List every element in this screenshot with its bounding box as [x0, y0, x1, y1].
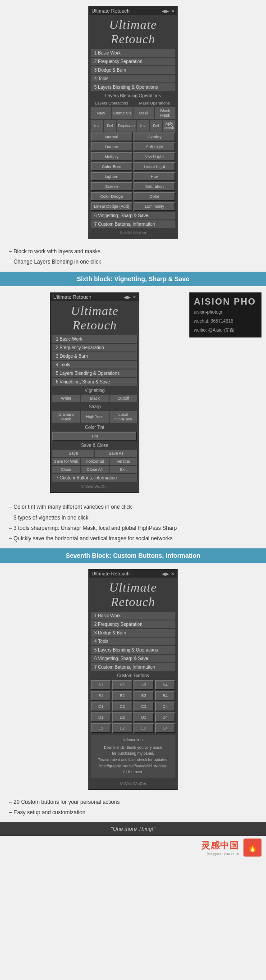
- blend-saturation[interactable]: Saturation: [133, 182, 175, 191]
- custom-C3[interactable]: C3: [133, 702, 154, 711]
- b7-menu-1[interactable]: 1 Basic Work: [91, 612, 175, 620]
- b6-menu-6[interactable]: 6 Vingetting, Sharp & Save: [52, 378, 137, 386]
- aply-mask-btn[interactable]: Aply Mask: [163, 120, 175, 132]
- close-btn[interactable]: Close: [52, 466, 80, 473]
- custom-A3[interactable]: A3: [133, 680, 154, 690]
- blend-screen[interactable]: Screen: [91, 182, 133, 191]
- highpass-btn[interactable]: HighPass: [81, 411, 108, 423]
- b7-menu-6[interactable]: 6 Vingetting, Sharp & Save: [91, 655, 175, 662]
- sidebar-item-custom[interactable]: 7 Custom Buttons, Information: [91, 220, 175, 228]
- blend-overlay[interactable]: Overlay: [133, 132, 175, 141]
- sidebar-item-dodge-burn[interactable]: 3 Dodge & Burn: [91, 66, 175, 74]
- stamp-vis-btn[interactable]: Stamp Vis: [112, 107, 133, 119]
- b7-titlebar-controls[interactable]: ◀▶ ✕: [162, 571, 174, 576]
- b7-menu-4[interactable]: 4 Tools: [91, 638, 175, 645]
- blend-soft-light[interactable]: Soft Light: [133, 142, 175, 151]
- b7-menu-3[interactable]: 3 Dodge & Burn: [91, 629, 175, 637]
- custom-D3[interactable]: D3: [133, 712, 154, 722]
- inv-btn[interactable]: Inv: [91, 120, 103, 132]
- panel-close-icon[interactable]: ✕: [171, 9, 174, 14]
- sidebar-item-tools[interactable]: 4 Tools: [91, 75, 175, 82]
- block6-desc-4: Quickly save the horizontal and vertical…: [9, 533, 257, 544]
- blend-luminosity[interactable]: Luminosity: [133, 202, 175, 211]
- blend-linear-light[interactable]: Linear Light: [133, 162, 175, 171]
- close-all-btn[interactable]: Close All: [81, 466, 108, 473]
- blend-hue[interactable]: Hue: [133, 172, 175, 181]
- custom-D2[interactable]: D2: [112, 712, 133, 722]
- blend-lighten[interactable]: Lighten: [91, 172, 133, 181]
- unsharp-mask-btn[interactable]: Unsharp Mask: [52, 411, 80, 423]
- horizontal-btn[interactable]: Horizontal: [81, 458, 108, 465]
- del2-btn[interactable]: Del: [150, 120, 162, 132]
- brand-sub-logo: aision-photogr: [194, 309, 257, 316]
- blend-color[interactable]: Color: [133, 192, 175, 201]
- custom-grid-E: E1 E2 E3 E4: [91, 723, 175, 733]
- custom-B1[interactable]: B1: [91, 691, 111, 701]
- sidebar-item-basic-work[interactable]: 1 Basic Work: [91, 49, 175, 57]
- custom-A1[interactable]: A1: [91, 680, 111, 690]
- blend-color-dodge[interactable]: Color Dodge: [91, 192, 133, 201]
- custom-D1[interactable]: D1: [91, 712, 111, 722]
- b6-menu-1[interactable]: 1 Basic Work: [52, 335, 137, 343]
- del-btn[interactable]: Del: [104, 120, 116, 132]
- custom-A4[interactable]: A4: [155, 680, 176, 690]
- save-as-btn[interactable]: Save As: [95, 450, 137, 457]
- b7-close-icon[interactable]: ✕: [171, 571, 174, 576]
- b6-titlebar-controls[interactable]: ◀▶ ✕: [124, 295, 136, 300]
- block7-desc-2: Easy setup and customization: [9, 807, 257, 818]
- panel-collapse-icon[interactable]: ◀▶: [162, 9, 169, 14]
- black-mask-btn[interactable]: Black Mask: [155, 107, 176, 119]
- b6-menu-5[interactable]: 5 Layers Blending & Operations: [52, 369, 137, 377]
- exit-btn[interactable]: Exit: [110, 466, 137, 473]
- blend-color-burn[interactable]: Color Burn: [91, 162, 133, 171]
- b6-menu-2[interactable]: 2 Frequency Separation: [52, 344, 137, 351]
- custom-C4[interactable]: C4: [155, 702, 176, 711]
- b6-menu-3[interactable]: 3 Dodge & Burn: [52, 352, 137, 360]
- block6-desc-2: 3 types of vignettes in one click: [9, 513, 257, 523]
- save-close-label: Save & Close: [50, 442, 139, 449]
- tint-btn[interactable]: Tint: [52, 432, 137, 441]
- sidebar-item-layers-blend[interactable]: 5 Layers Blending & Operations: [91, 83, 175, 91]
- blend-vivid-light[interactable]: Vivid Light: [133, 152, 175, 161]
- b6-menu-4[interactable]: 4 Tools: [52, 361, 137, 369]
- blend-normal[interactable]: Normal: [91, 132, 133, 141]
- blend-linear-dodge[interactable]: Linear Dodge (Add): [91, 202, 133, 211]
- blend-darken[interactable]: Darkan: [91, 142, 133, 151]
- save-for-web-btn[interactable]: Save for Web: [52, 458, 80, 465]
- b6-titlebar: Ultimate Retouch ◀▶ ✕: [50, 293, 139, 301]
- panel-app-name: Ultimate Retouch: [92, 8, 129, 14]
- mask-btn[interactable]: Mask: [133, 107, 154, 119]
- save-btn[interactable]: Save: [52, 450, 94, 457]
- b6-close-icon[interactable]: ✕: [133, 295, 136, 300]
- b7-menu-5[interactable]: 5 Layers Blending & Operations: [91, 646, 175, 654]
- white-btn[interactable]: White: [52, 395, 80, 402]
- titlebar-controls[interactable]: ◀▶ ✕: [162, 9, 174, 14]
- b7-collapse-icon[interactable]: ◀▶: [162, 571, 169, 576]
- custom-B2[interactable]: B2: [112, 691, 133, 701]
- black-btn[interactable]: Black: [81, 395, 108, 402]
- sidebar-item-freq-sep[interactable]: 2 Frequency Separation: [91, 58, 175, 65]
- brand-block: AISION PHO aision-photogr wechat: 365714…: [189, 292, 261, 337]
- blend-multiply[interactable]: Multiply: [91, 152, 133, 161]
- b6-menu-7[interactable]: 7 Custom Buttons, Information: [52, 474, 137, 482]
- custom-B4[interactable]: B4: [155, 691, 176, 701]
- local-highpass-btn[interactable]: Local HighPass: [110, 411, 137, 423]
- duplicate-btn[interactable]: Duplicate: [117, 120, 136, 132]
- custom-B3[interactable]: B3: [133, 691, 154, 701]
- custom-D4[interactable]: D4: [155, 712, 176, 722]
- b6-collapse-icon[interactable]: ◀▶: [124, 295, 131, 300]
- custom-C1[interactable]: C1: [91, 702, 111, 711]
- custom-E1[interactable]: E1: [91, 723, 111, 733]
- b7-menu-7[interactable]: 7 Custom Buttons, Information: [91, 663, 175, 671]
- inv2-btn[interactable]: Inv: [137, 120, 149, 132]
- custom-A2[interactable]: A2: [112, 680, 133, 690]
- sidebar-item-vignetting[interactable]: 6 Vingetting, Sharp & Save: [91, 212, 175, 219]
- vertical-btn[interactable]: Vertical: [110, 458, 137, 465]
- custom-E2[interactable]: E2: [112, 723, 133, 733]
- custom-E4[interactable]: E4: [155, 723, 176, 733]
- new-btn[interactable]: New: [91, 107, 111, 119]
- custom-E3[interactable]: E3: [133, 723, 154, 733]
- custom-C2[interactable]: C2: [112, 702, 133, 711]
- cuttoff-btn[interactable]: Cuttoff: [110, 395, 137, 402]
- b7-menu-2[interactable]: 2 Frequency Separation: [91, 620, 175, 628]
